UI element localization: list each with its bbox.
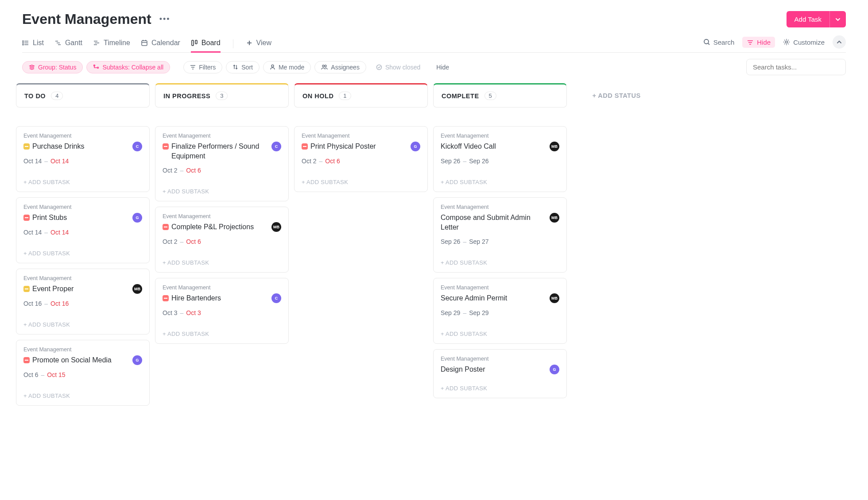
task-card[interactable]: Event ManagementDesign PosterG+ ADD SUBT… <box>433 349 567 398</box>
card-title: Purchase Drinks <box>32 142 84 151</box>
svg-rect-17 <box>195 40 197 44</box>
avatar[interactable]: G <box>550 365 559 374</box>
avatar[interactable]: C <box>271 293 281 303</box>
people-icon <box>321 64 328 70</box>
board-column: COMPLETE5Event ManagementKickoff Video C… <box>433 83 567 411</box>
board-icon <box>191 39 198 46</box>
task-card[interactable]: Event ManagementKickoff Video CallMBSep … <box>433 126 567 192</box>
add-subtask-button[interactable]: + ADD SUBTASK <box>163 184 281 201</box>
add-status-button[interactable]: + ADD STATUS <box>572 83 661 411</box>
me-mode-pill[interactable]: Me mode <box>263 61 311 73</box>
avatar[interactable]: MB <box>132 284 142 294</box>
priority-icon <box>302 143 308 150</box>
tab-timeline[interactable]: Timeline <box>93 35 130 52</box>
pill-label: Me mode <box>279 64 304 71</box>
avatar[interactable]: MB <box>271 222 281 232</box>
stack-icon <box>29 64 35 70</box>
calendar-icon <box>141 39 148 46</box>
add-subtask-button[interactable]: + ADD SUBTASK <box>302 174 420 192</box>
svg-point-34 <box>376 65 381 69</box>
task-card[interactable]: Event ManagementPurchase DrinksCOct 14–O… <box>16 126 150 192</box>
tab-list[interactable]: List <box>22 35 44 52</box>
task-card[interactable]: Event ManagementFinalize Performers / So… <box>155 126 289 201</box>
add-subtask-button[interactable]: + ADD SUBTASK <box>23 388 142 405</box>
add-task-dropdown[interactable] <box>829 11 846 27</box>
avatar[interactable]: C <box>132 142 142 151</box>
column-header[interactable]: TO DO4 <box>16 83 150 108</box>
avatar[interactable]: C <box>271 142 281 151</box>
svg-point-5 <box>23 44 23 45</box>
avatar[interactable]: G <box>411 142 420 151</box>
check-circle-icon <box>376 64 382 70</box>
task-card[interactable]: Event ManagementEvent ProperMBOct 16–Oct… <box>16 269 150 335</box>
svg-rect-12 <box>142 41 147 46</box>
tab-calendar[interactable]: Calendar <box>141 35 180 52</box>
column-header[interactable]: ON HOLD1 <box>294 83 428 108</box>
filters-pill[interactable]: Filters <box>183 61 222 73</box>
add-subtask-button[interactable]: + ADD SUBTASK <box>441 326 559 343</box>
board-column: IN PROGRESS3Event ManagementFinalize Per… <box>155 83 289 411</box>
svg-point-3 <box>23 41 23 42</box>
timeline-icon <box>93 39 100 46</box>
task-card[interactable]: Event ManagementPrint StubsGOct 14–Oct 1… <box>16 197 150 263</box>
card-dates: Oct 2–Oct 6 <box>163 167 281 174</box>
task-card[interactable]: Event ManagementSecure Admin PermitMBSep… <box>433 278 567 344</box>
collapse-button[interactable] <box>833 35 846 49</box>
filter-icon <box>190 64 196 70</box>
search-tasks-input[interactable] <box>746 59 846 75</box>
task-card[interactable]: Event ManagementPrint Physical PosterGOc… <box>294 126 428 192</box>
add-subtask-button[interactable]: + ADD SUBTASK <box>23 174 142 192</box>
hide-icon <box>747 38 754 46</box>
column-header[interactable]: COMPLETE5 <box>433 83 567 108</box>
tab-label: View <box>256 39 271 47</box>
search-button[interactable]: Search <box>703 38 735 46</box>
card-project: Event Management <box>163 285 281 291</box>
card-title: Design Poster <box>441 365 485 374</box>
sort-pill[interactable]: Sort <box>226 61 260 73</box>
show-closed-pill[interactable]: Show closed <box>370 62 426 73</box>
add-subtask-button[interactable]: + ADD SUBTASK <box>163 326 281 343</box>
avatar[interactable]: G <box>132 355 142 365</box>
customize-button[interactable]: Customize <box>783 38 825 46</box>
card-dates: Oct 6–Oct 15 <box>23 371 142 378</box>
card-project: Event Management <box>441 204 559 210</box>
svg-point-20 <box>704 39 709 44</box>
more-icon[interactable]: ••• <box>159 15 170 24</box>
column-title: COMPLETE <box>442 92 479 100</box>
subtasks-pill[interactable]: Subtasks: Collapse all <box>86 61 170 73</box>
avatar[interactable]: G <box>132 213 142 223</box>
card-title: Kickoff Video Call <box>441 142 496 151</box>
card-title: Finalize Performers / Sound Equipment <box>171 142 267 161</box>
column-count: 3 <box>216 92 228 100</box>
add-subtask-button[interactable]: + ADD SUBTASK <box>441 255 559 272</box>
add-subtask-button[interactable]: + ADD SUBTASK <box>441 381 559 398</box>
add-view-button[interactable]: View <box>246 35 271 52</box>
assignees-pill[interactable]: Assignees <box>314 61 366 73</box>
avatar[interactable]: MB <box>550 142 559 151</box>
tab-gantt[interactable]: Gantt <box>54 35 82 52</box>
add-task-button[interactable]: Add Task <box>787 11 829 27</box>
column-title: IN PROGRESS <box>163 92 210 100</box>
search-icon <box>703 38 710 46</box>
task-card[interactable]: Event ManagementCompose and Submit Admin… <box>433 197 567 273</box>
tab-separator <box>233 39 233 48</box>
tab-label: Timeline <box>104 39 130 47</box>
add-subtask-button[interactable]: + ADD SUBTASK <box>441 174 559 192</box>
card-dates: Sep 26–Sep 26 <box>441 158 559 165</box>
task-card[interactable]: Event ManagementComplete P&L Projections… <box>155 207 289 273</box>
avatar[interactable]: MB <box>550 213 559 223</box>
tab-label: Gantt <box>65 39 82 47</box>
group-pill[interactable]: Group: Status <box>22 61 83 73</box>
hide-button[interactable]: Hide <box>742 37 775 48</box>
avatar[interactable]: MB <box>550 293 559 303</box>
hide-text-button[interactable]: Hide <box>430 62 455 73</box>
tab-board[interactable]: Board <box>191 35 221 52</box>
card-dates: Sep 29–Sep 29 <box>441 309 559 316</box>
add-subtask-button[interactable]: + ADD SUBTASK <box>163 255 281 272</box>
action-label: Search <box>713 38 735 46</box>
column-header[interactable]: IN PROGRESS3 <box>155 83 289 108</box>
add-subtask-button[interactable]: + ADD SUBTASK <box>23 246 142 263</box>
add-subtask-button[interactable]: + ADD SUBTASK <box>23 317 142 334</box>
task-card[interactable]: Event ManagementPromote on Social MediaG… <box>16 340 150 406</box>
task-card[interactable]: Event ManagementHire BartendersCOct 3–Oc… <box>155 278 289 344</box>
